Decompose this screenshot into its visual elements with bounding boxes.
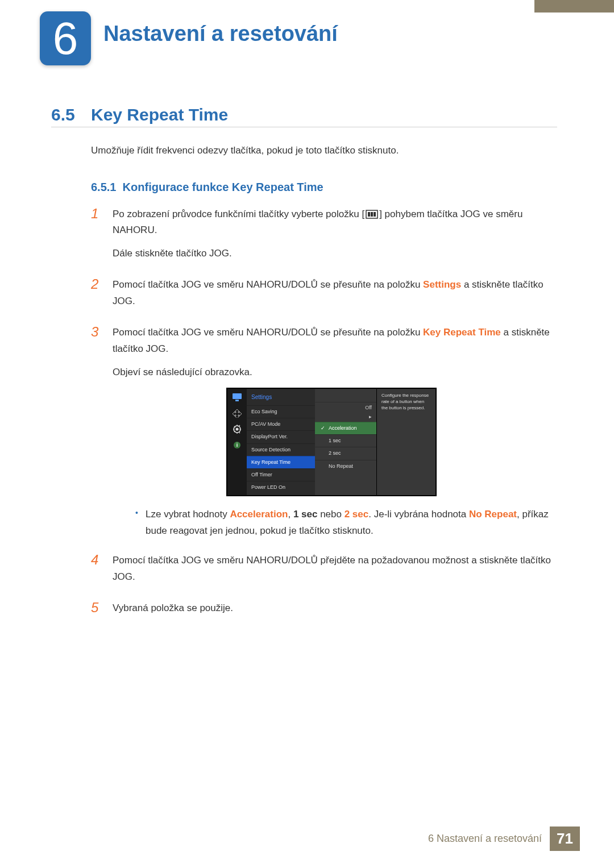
info-icon: i bbox=[231, 440, 243, 450]
osd-arrow-icon: ▸ bbox=[369, 413, 372, 421]
step-body: Pomocí tlačítka JOG ve směru NAHORU/DOLŮ… bbox=[113, 325, 557, 545]
bullet-icon: • bbox=[135, 506, 146, 539]
osd-menu-item: Power LED On bbox=[247, 481, 315, 493]
step-5: 5 Vybraná položka se použije. bbox=[91, 600, 557, 624]
osd-submenu-item: No Repeat bbox=[315, 460, 376, 472]
osd-submenu-item: 1 sec bbox=[315, 434, 376, 447]
page-footer: 6 Nastavení a resetování 71 bbox=[428, 827, 580, 851]
osd-menu-item: Eco Saving bbox=[247, 405, 315, 418]
position-icon bbox=[231, 408, 243, 418]
step-5-text: Vybraná položka se použije. bbox=[113, 600, 557, 617]
step-number: 5 bbox=[91, 600, 113, 624]
step-2-text-a: Pomocí tlačítka JOG ve směru NAHORU/DOLŮ… bbox=[113, 279, 423, 290]
check-icon: ✓ bbox=[321, 424, 326, 433]
step-number: 4 bbox=[91, 553, 113, 592]
svg-rect-5 bbox=[235, 400, 239, 401]
monitor-icon bbox=[231, 392, 243, 402]
step-number: 2 bbox=[91, 277, 113, 317]
settings-icon bbox=[231, 424, 243, 434]
steps-list: 1 Po zobrazení průvodce funkčními tlačít… bbox=[91, 206, 557, 624]
menu-icon bbox=[364, 209, 379, 219]
osd-submenu-item-selected: ✓Acceleration bbox=[315, 422, 376, 434]
step-4: 4 Pomocí tlačítka JOG ve směru NAHORU/DO… bbox=[91, 553, 557, 592]
osd-menu-item: PC/AV Mode bbox=[247, 418, 315, 430]
bullet-text: Lze vybrat hodnoty Acceleration, 1 sec n… bbox=[146, 506, 557, 539]
bullet-item: • Lze vybrat hodnoty Acceleration, 1 sec… bbox=[135, 506, 557, 539]
svg-text:i: i bbox=[237, 442, 238, 448]
osd-sidebar-icons: i bbox=[227, 389, 247, 495]
section-intro: Umožňuje řídit frekvenci odezvy tlačítka… bbox=[91, 143, 557, 158]
step-body: Vybraná položka se použije. bbox=[113, 600, 557, 624]
step-body: Pomocí tlačítka JOG ve směru NAHORU/DOLŮ… bbox=[113, 277, 557, 317]
svg-rect-4 bbox=[233, 393, 242, 399]
svg-rect-1 bbox=[368, 212, 370, 217]
content-area: 6.5 Key Repeat Time Umožňuje řídit frekv… bbox=[0, 65, 614, 624]
subsection-heading: 6.5.1 Konfigurace funkce Key Repeat Time bbox=[91, 181, 557, 194]
osd-menu-item: DisplayPort Ver. bbox=[247, 430, 315, 443]
osd-menu-item: Source Detection bbox=[247, 443, 315, 456]
page-header: 6 Nastavení a resetování bbox=[0, 0, 614, 65]
osd-submenu: Off ▸ ✓Acceleration 1 sec 2 sec No Repea… bbox=[315, 389, 376, 495]
osd-menu-item: Off Timer bbox=[247, 468, 315, 481]
osd-screenshot: i Settings Eco Saving PC/AV Mode Display… bbox=[226, 388, 557, 496]
step-3-text-c: Objeví se následující obrazovka. bbox=[113, 364, 557, 381]
svg-rect-2 bbox=[371, 212, 373, 217]
step-4-text: Pomocí tlačítka JOG ve směru NAHORU/DOLŮ… bbox=[113, 553, 557, 585]
osd-panel: i Settings Eco Saving PC/AV Mode Display… bbox=[226, 388, 437, 496]
osd-menu-item-selected: Key Repeat Time bbox=[247, 456, 315, 468]
chapter-number: 6 bbox=[53, 16, 78, 61]
osd-submenu-item: 2 sec bbox=[315, 447, 376, 459]
step-number: 1 bbox=[91, 206, 113, 269]
step-2: 2 Pomocí tlačítka JOG ve směru NAHORU/DO… bbox=[91, 277, 557, 317]
section-title: Key Repeat Time bbox=[91, 105, 228, 124]
step-3: 3 Pomocí tlačítka JOG ve směru NAHORU/DO… bbox=[91, 325, 557, 545]
chapter-title: Nastavení a resetování bbox=[103, 22, 338, 46]
step-body: Po zobrazení průvodce funkčními tlačítky… bbox=[113, 206, 557, 269]
chapter-badge: 6 bbox=[40, 11, 91, 65]
footer-chapter-label: 6 Nastavení a resetování bbox=[428, 833, 542, 845]
subsection-title: Konfigurace funkce Key Repeat Time bbox=[123, 181, 323, 193]
section-heading: 6.5 Key Repeat Time bbox=[51, 105, 557, 127]
step-3-highlight: Key Repeat Time bbox=[423, 327, 501, 338]
step-2-highlight: Settings bbox=[423, 279, 461, 290]
step-number: 3 bbox=[91, 325, 113, 545]
step-1: 1 Po zobrazení průvodce funkčními tlačít… bbox=[91, 206, 557, 269]
svg-rect-3 bbox=[374, 212, 376, 217]
footer-page-number: 71 bbox=[550, 827, 580, 851]
svg-point-7 bbox=[236, 427, 239, 430]
step-3-text-a: Pomocí tlačítka JOG ve směru NAHORU/DOLŮ… bbox=[113, 327, 423, 338]
step-body: Pomocí tlačítka JOG ve směru NAHORU/DOLŮ… bbox=[113, 553, 557, 592]
osd-menu-header: Settings bbox=[247, 390, 315, 405]
section-number: 6.5 bbox=[51, 105, 91, 124]
step-1-text-a: Po zobrazení průvodce funkčními tlačítky… bbox=[113, 209, 364, 219]
step-1-text-c: Dále stiskněte tlačítko JOG. bbox=[113, 246, 557, 262]
osd-value-off: Off bbox=[365, 404, 372, 412]
subsection-number: 6.5.1 bbox=[91, 181, 116, 193]
osd-menu-list: Settings Eco Saving PC/AV Mode DisplayPo… bbox=[247, 389, 315, 495]
osd-info-panel: Configure the response rate of a button … bbox=[376, 389, 435, 495]
